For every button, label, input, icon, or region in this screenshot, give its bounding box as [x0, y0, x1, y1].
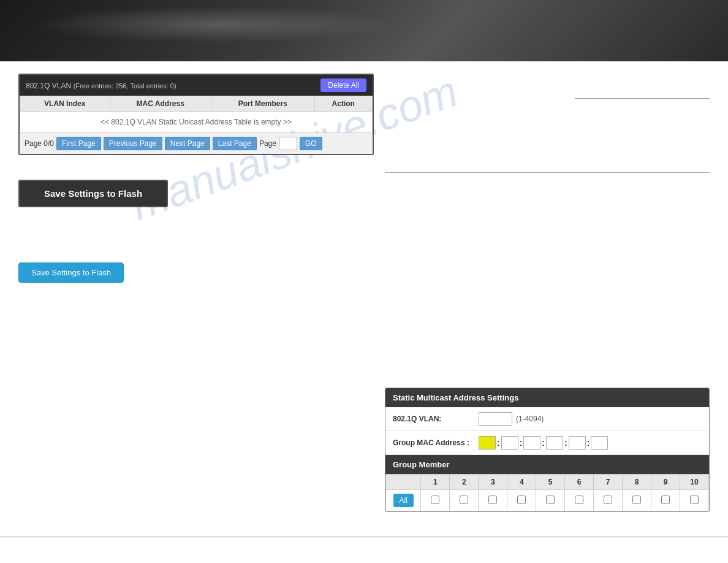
- footer-line: [0, 537, 728, 537]
- page-number-input[interactable]: [279, 137, 297, 150]
- right-panel: Static Multicast Address Settings 802.1Q…: [385, 74, 710, 512]
- member-col-all: [386, 475, 421, 490]
- multicast-body: 802.1Q VLAN: (1-4094) Group MAC Address …: [385, 407, 709, 511]
- member-check-3: [479, 490, 507, 511]
- mac-octet-1[interactable]: [479, 436, 496, 450]
- multicast-container: Static Multicast Address Settings 802.1Q…: [385, 388, 710, 512]
- member-col-5: 5: [536, 475, 565, 490]
- member-col-7: 7: [594, 475, 623, 490]
- member-all-button[interactable]: All: [393, 494, 414, 507]
- checkbox-9[interactable]: [661, 496, 670, 504]
- multicast-header: Static Multicast Address Settings: [385, 388, 709, 407]
- member-check-10: [680, 490, 708, 511]
- member-col-6: 6: [565, 475, 594, 490]
- checkbox-2[interactable]: [460, 496, 468, 504]
- deco-line-2: [385, 172, 710, 173]
- vlan-input[interactable]: [479, 412, 512, 426]
- checkbox-8[interactable]: [632, 496, 641, 504]
- table-empty-row: << 802.1Q VLAN Static Unicast Address Ta…: [20, 112, 373, 133]
- pagination-bar: Page 0/0 First Page Previous Page Next P…: [20, 133, 373, 154]
- mac-octet-6[interactable]: [591, 436, 608, 450]
- mac-address-row: Group MAC Address : : : : : :: [385, 431, 709, 455]
- save-dark-wrapper: Save Settings to Flash: [18, 167, 374, 220]
- checkbox-3[interactable]: [488, 496, 497, 504]
- delete-all-button[interactable]: Delete All: [320, 79, 366, 92]
- vlan-row: 802.1Q VLAN: (1-4094): [385, 407, 709, 431]
- first-page-button[interactable]: First Page: [56, 137, 101, 150]
- vlan-field-label: 802.1Q VLAN:: [393, 415, 479, 423]
- member-col-3: 3: [479, 475, 507, 490]
- last-page-button[interactable]: Last Page: [213, 137, 257, 150]
- member-all-cell: All: [386, 490, 421, 511]
- save-blue-wrapper: Save Settings to Flash: [18, 256, 374, 289]
- member-col-8: 8: [623, 475, 651, 490]
- mac-octet-3[interactable]: [523, 436, 540, 450]
- col-vlan-index: VLAN Index: [20, 96, 110, 112]
- save-settings-dark-button[interactable]: Save Settings to Flash: [18, 180, 168, 207]
- group-member-header: Group Member: [385, 455, 709, 474]
- left-panel: 802.1Q VLAN (Free entries: 256, Total en…: [18, 74, 374, 289]
- member-check-2: [450, 490, 479, 511]
- member-check-4: [507, 490, 536, 511]
- member-col-2: 2: [450, 475, 479, 490]
- page-info: Page 0/0: [25, 139, 54, 148]
- checkbox-7[interactable]: [604, 496, 612, 504]
- col-action: Action: [314, 96, 372, 112]
- checkbox-1[interactable]: [431, 496, 439, 504]
- member-row-1: All: [386, 490, 709, 511]
- mac-octet-4[interactable]: [546, 436, 563, 450]
- checkbox-6[interactable]: [575, 496, 583, 504]
- member-col-4: 4: [507, 475, 536, 490]
- member-check-6: [565, 490, 594, 511]
- member-table: 1 2 3 4 5 6 7 8 9 10: [385, 474, 709, 511]
- member-check-5: [536, 490, 565, 511]
- mac-octet-2[interactable]: [501, 436, 518, 450]
- member-check-7: [594, 490, 623, 511]
- vlan-header: 802.1Q VLAN (Free entries: 256, Total en…: [20, 75, 373, 96]
- member-col-10: 10: [680, 475, 708, 490]
- mac-field-label: Group MAC Address :: [393, 439, 479, 447]
- vlan-table: VLAN Index MAC Address Port Members Acti…: [20, 96, 373, 133]
- vlan-table-container: 802.1Q VLAN (Free entries: 256, Total en…: [18, 74, 374, 155]
- page-label: Page: [259, 139, 276, 148]
- checkbox-5[interactable]: [546, 496, 555, 504]
- member-check-1: [421, 490, 450, 511]
- member-check-9: [651, 490, 680, 511]
- deco-line-1: [575, 98, 710, 99]
- mac-octet-5[interactable]: [569, 436, 586, 450]
- prev-page-button[interactable]: Previous Page: [104, 137, 162, 150]
- go-button[interactable]: GO: [300, 137, 322, 150]
- member-check-8: [623, 490, 651, 511]
- empty-message: << 802.1Q VLAN Static Unicast Address Ta…: [20, 112, 373, 133]
- header-banner: [0, 0, 728, 61]
- member-col-9: 9: [651, 475, 680, 490]
- checkbox-10[interactable]: [690, 496, 699, 504]
- member-col-1: 1: [421, 475, 450, 490]
- vlan-title: 802.1Q VLAN (Free entries: 256, Total en…: [26, 81, 176, 90]
- next-page-button[interactable]: Next Page: [165, 137, 210, 150]
- checkbox-4[interactable]: [517, 496, 526, 504]
- vlan-hint: (1-4094): [516, 415, 544, 423]
- col-mac-address: MAC Address: [110, 96, 211, 112]
- mac-inputs: : : : : :: [479, 436, 608, 450]
- save-settings-blue-button[interactable]: Save Settings to Flash: [18, 262, 124, 283]
- col-port-members: Port Members: [211, 96, 314, 112]
